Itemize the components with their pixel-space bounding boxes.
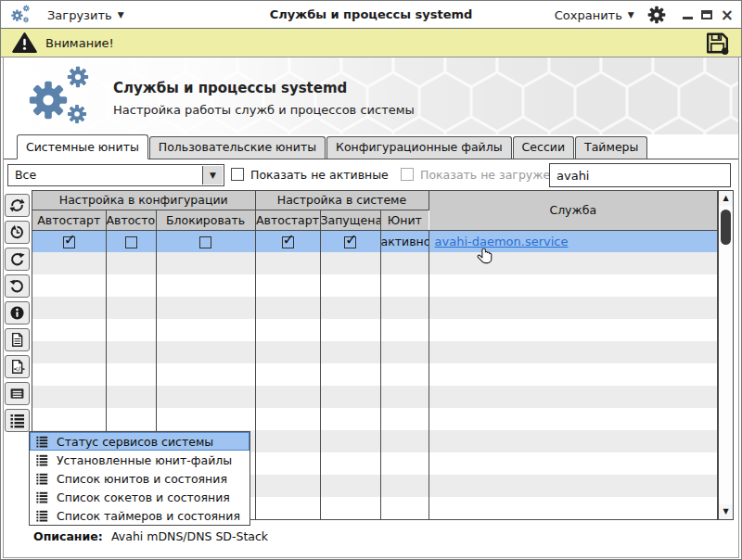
service-link[interactable]: avahi-daemon.service xyxy=(435,235,569,248)
svg-text:</>: </> xyxy=(13,365,25,373)
load-menu-label: Загрузить xyxy=(47,8,112,22)
table-group-header-row: Настройка в конфигурации Настройка в сис… xyxy=(32,191,717,210)
dropdown-arrow-icon[interactable]: ▼ xyxy=(202,166,223,185)
app-gears-icon xyxy=(10,5,34,25)
hand-cursor-icon xyxy=(475,247,495,271)
gears-logo-icon xyxy=(24,65,102,128)
settings-gear-icon[interactable] xyxy=(647,6,666,24)
save-menu-button[interactable]: Сохранить ▼ xyxy=(555,8,634,22)
column-header-service: Служба xyxy=(429,191,717,230)
table-row-empty[interactable] xyxy=(32,386,717,408)
tab-timers[interactable]: Таймеры xyxy=(575,136,647,159)
column-header-autostart-system: Автостарт xyxy=(255,210,320,230)
load-menu-button[interactable]: Загрузить ▼ xyxy=(47,8,124,22)
history-icon[interactable] xyxy=(5,221,30,244)
menu-list-icon xyxy=(36,491,48,503)
description-label: Описание: xyxy=(33,529,103,543)
menu-list-icon xyxy=(36,510,48,522)
menu-list-icon xyxy=(36,473,48,485)
undo-icon[interactable] xyxy=(5,274,30,298)
column-header-unit: Юнит xyxy=(380,210,429,230)
warning-text: Внимание! xyxy=(45,36,114,50)
status-dropdown-menu: Статус сервисов системы Установленные юн… xyxy=(29,431,250,526)
title-bar: Службы и процессы systemd Загрузить ▼ Со… xyxy=(1,1,741,29)
block-checkbox[interactable] xyxy=(199,236,211,248)
header-subtitle: Настройка работы служб и процессов систе… xyxy=(113,103,415,117)
column-header-block: Блокировать xyxy=(156,210,255,230)
document-code-icon[interactable]: </> xyxy=(5,355,30,378)
autostart-config-checkbox[interactable] xyxy=(63,236,75,248)
group-header-config: Настройка в конфигурации xyxy=(32,191,255,210)
scroll-up-icon[interactable]: ▲ xyxy=(719,191,733,206)
status-menu-icon[interactable] xyxy=(5,409,30,432)
document-icon[interactable] xyxy=(5,328,30,351)
refresh-icon[interactable] xyxy=(5,194,30,217)
table-row-empty[interactable] xyxy=(32,319,717,341)
close-icon[interactable]: × xyxy=(721,7,734,23)
unit-type-combobox[interactable]: Все ▼ xyxy=(7,164,224,186)
table-row-empty[interactable] xyxy=(32,252,717,274)
table-row-empty[interactable] xyxy=(32,274,717,297)
caret-down-icon: ▼ xyxy=(628,11,634,19)
caret-down-icon: ▼ xyxy=(118,11,124,19)
search-input[interactable] xyxy=(549,163,731,187)
autostop-checkbox[interactable] xyxy=(125,236,137,248)
save-menu-label: Сохранить xyxy=(555,8,622,22)
menu-item-sockets-list[interactable]: Список сокетов и состояния xyxy=(30,488,249,506)
show-inactive-label: Показать не активные xyxy=(250,168,389,182)
scrollbar-thumb[interactable] xyxy=(721,210,731,245)
menu-item-units-list[interactable]: Список юнитов и состояния xyxy=(30,469,249,488)
table-row-empty[interactable] xyxy=(32,341,717,363)
minimize-icon[interactable] xyxy=(683,17,693,19)
table-row-empty[interactable] xyxy=(32,408,717,430)
tab-bar: Системные юниты Пользовательские юниты К… xyxy=(4,134,738,159)
group-header-system: Настройка в системе xyxy=(255,191,429,210)
app-header: Службы и процессы systemd Настройка рабо… xyxy=(4,57,738,134)
description-value: Avahi mDNS/DNS SD-Stack xyxy=(111,529,268,543)
side-toolbar: </> xyxy=(5,194,31,432)
maximize-icon[interactable] xyxy=(701,10,712,19)
app-window: Службы и процессы systemd Загрузить ▼ Со… xyxy=(0,0,742,560)
autostart-system-checkbox[interactable] xyxy=(282,236,294,248)
list-view-icon[interactable] xyxy=(5,382,30,405)
table-row-empty[interactable] xyxy=(32,363,717,386)
running-checkbox[interactable] xyxy=(344,236,356,248)
redo-icon[interactable] xyxy=(5,248,30,271)
table-row-empty[interactable] xyxy=(32,297,717,319)
info-icon[interactable] xyxy=(5,301,30,325)
tab-config-files[interactable]: Конфигурационные файлы xyxy=(326,136,512,159)
warning-bar: Внимание! xyxy=(1,29,741,57)
unit-type-value: Все xyxy=(15,168,36,182)
unit-state: активно xyxy=(380,230,429,252)
column-header-autostop: Автостоп xyxy=(106,210,156,230)
menu-item-timers-list[interactable]: Список таймеров и состояния xyxy=(30,506,249,525)
show-inactive-checkbox[interactable] xyxy=(231,168,244,181)
tab-system-units[interactable]: Системные юниты xyxy=(17,134,148,159)
show-unloaded-checkbox[interactable] xyxy=(401,168,414,181)
menu-item-service-status[interactable]: Статус сервисов системы xyxy=(30,432,249,451)
menu-list-icon xyxy=(36,436,48,448)
warning-icon xyxy=(12,32,37,54)
column-header-running: Запущена xyxy=(320,210,380,230)
menu-item-installed-unit-files[interactable]: Установленные юнит-файлы xyxy=(30,451,249,469)
vertical-scrollbar[interactable]: ▲ ▼ xyxy=(718,190,734,520)
scroll-down-icon[interactable]: ▼ xyxy=(719,504,733,519)
menu-list-icon xyxy=(36,454,48,466)
table-row-selected[interactable]: активно avahi-daemon.service xyxy=(32,230,717,252)
tab-sessions[interactable]: Сессии xyxy=(513,136,574,159)
save-floppy-icon[interactable] xyxy=(705,32,730,58)
column-header-autostart-config: Автостарт xyxy=(32,210,106,230)
tab-user-units[interactable]: Пользовательские юниты xyxy=(149,136,326,159)
header-title: Службы и процессы systemd xyxy=(113,80,347,96)
